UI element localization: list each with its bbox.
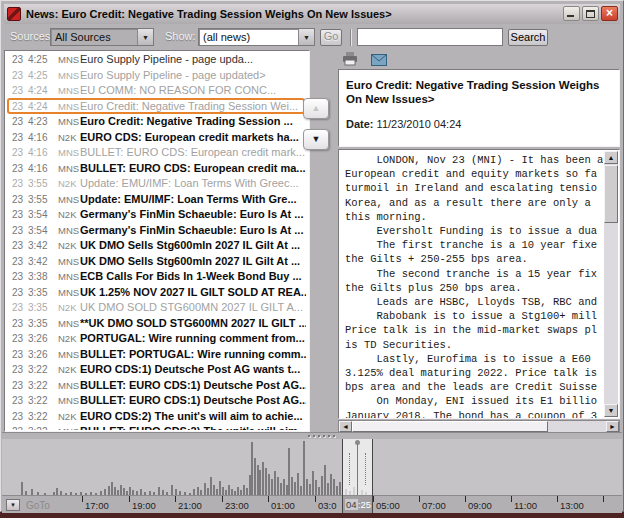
close-button[interactable]: × bbox=[601, 6, 618, 21]
histogram-bar bbox=[315, 480, 317, 495]
item-day: 23 bbox=[12, 256, 23, 267]
histogram-bar bbox=[271, 479, 273, 495]
item-source: MNS bbox=[58, 54, 79, 65]
list-scroll-up-button[interactable]: ▲ bbox=[303, 98, 329, 119]
chevron-down-icon[interactable]: ▼ bbox=[137, 29, 153, 45]
article-body-line: European credit and equity markets so fa bbox=[345, 167, 603, 181]
news-list-item[interactable]: 233:26N2KPORTUGAL: Wire running comment … bbox=[6, 331, 308, 347]
activity-histogram[interactable] bbox=[2, 439, 622, 495]
histogram-bar bbox=[120, 485, 122, 495]
article-body-line: LONDON, Nov 23 (MNI) - It has been a bbox=[345, 153, 603, 167]
news-list-item[interactable]: 233:26MNSBULLET: PORTUGAL: Wire running … bbox=[6, 347, 308, 363]
news-list-item[interactable]: 234:24MNSEU COMM: NO REASON FOR CONC... bbox=[6, 83, 308, 99]
histogram-bar bbox=[204, 483, 206, 495]
maximize-icon bbox=[586, 10, 595, 18]
news-list-item[interactable]: 234:24MNSEuro Credit: Negative Trading S… bbox=[6, 99, 308, 115]
histogram-bar bbox=[246, 488, 248, 495]
time-axis[interactable]: ▼ GoTo 17:0019:0021:0023:0001:0003:005:0… bbox=[2, 495, 622, 513]
item-source: N2K bbox=[58, 411, 76, 422]
news-list-item[interactable]: 233:54N2KGermany's FinMin Schaeuble: Eur… bbox=[6, 207, 308, 223]
item-headline: BULLET: EURO CDS: European credit mark..… bbox=[80, 146, 306, 158]
news-list-item[interactable]: 233:55MNSUpdate: EMU/IMF: Loan Terms Wit… bbox=[6, 192, 308, 208]
horizontal-scroll-thumb[interactable] bbox=[352, 421, 548, 432]
article-body-line: The second tranche is a 15 year fix bbox=[345, 267, 603, 281]
horizontal-splitter[interactable] bbox=[2, 432, 622, 439]
minimize-button[interactable] bbox=[563, 6, 580, 21]
article-body-line: January 2018. The bond has a coupon of 3 bbox=[345, 409, 603, 418]
item-source: MNS bbox=[58, 147, 79, 158]
news-list-item[interactable]: 233:22MNSBULLET: EURO CDS:1) Deutsche Po… bbox=[6, 378, 308, 394]
goto-dropdown-button[interactable]: ▼ bbox=[6, 499, 20, 511]
histogram-bar bbox=[274, 471, 276, 495]
news-list-item[interactable]: 234:25MNSEuro Supply Pipeline - page upd… bbox=[6, 52, 308, 68]
toolbar-separator bbox=[350, 29, 352, 46]
print-icon[interactable] bbox=[342, 52, 358, 70]
histogram-bar bbox=[265, 468, 267, 495]
news-list-item[interactable]: 233:54MNSGermany's FinMin Schaeuble: Eur… bbox=[6, 223, 308, 239]
news-list-item[interactable]: 234:16N2KEURO CDS: European credit marke… bbox=[6, 130, 308, 146]
histogram-bar bbox=[123, 488, 125, 495]
news-list-item[interactable]: 233:22MNSBULLET: EURO CDS:1) Deutsche Po… bbox=[6, 393, 308, 409]
news-list-item[interactable]: 234:16MNSBULLET: EURO CDS: European cred… bbox=[6, 145, 308, 161]
news-list-item[interactable]: 233:42MNSUK DMO Sells Stg600mln 2027 IL … bbox=[6, 254, 308, 270]
scroll-left-icon[interactable]: ◄ bbox=[339, 421, 352, 432]
scroll-right-icon[interactable]: ► bbox=[606, 421, 619, 432]
item-headline: ECB Calls For Bids In 1-Week Bond Buy ..… bbox=[80, 270, 306, 282]
news-list-item[interactable]: 233:35N2KUK DMO SOLD STG600MN 2027 IL GI… bbox=[6, 300, 308, 316]
histogram-bar bbox=[327, 483, 329, 495]
item-source: N2K bbox=[58, 364, 76, 375]
news-list: 234:25MNSEuro Supply Pipeline - page upd… bbox=[6, 52, 308, 430]
time-tick-label: 17:00 bbox=[85, 500, 109, 511]
title-bar[interactable]: News: Euro Credit: Negative Trading Sess… bbox=[4, 4, 620, 24]
histogram-bar bbox=[21, 482, 23, 495]
email-icon[interactable] bbox=[371, 52, 387, 70]
item-headline: EURO CDS: European credit markets ha... bbox=[80, 131, 306, 143]
histogram-bar bbox=[297, 473, 299, 495]
app-icon bbox=[7, 7, 21, 21]
item-time: 4:16 bbox=[28, 163, 47, 174]
news-list-item[interactable]: 234:16MNSBULLET: EURO CDS: European cred… bbox=[6, 161, 308, 177]
scroll-down-icon[interactable]: ▼ bbox=[604, 404, 618, 417]
news-list-item[interactable]: 233:42N2KUK DMO Sells Stg600mln 2027 IL … bbox=[6, 238, 308, 254]
item-time: 3:42 bbox=[28, 240, 47, 251]
news-list-item[interactable]: 233:22N2KEURO CDS:1) Deutsche Post AG wa… bbox=[6, 362, 308, 378]
selection-time-readout: 04 :25 bbox=[343, 495, 372, 513]
search-button[interactable]: Search bbox=[508, 29, 548, 46]
histogram-bar bbox=[291, 477, 293, 495]
date-value: 11/23/2010 04:24 bbox=[377, 118, 462, 130]
timeline-selection[interactable]: 04 :25 bbox=[342, 439, 373, 513]
vertical-scroll-thumb[interactable] bbox=[604, 165, 618, 223]
item-time: 3:42 bbox=[28, 256, 47, 267]
maximize-button[interactable] bbox=[582, 6, 599, 21]
news-list-item[interactable]: 234:23MNSEuro Credit: Negative Trading S… bbox=[6, 114, 308, 130]
time-tick bbox=[419, 496, 420, 502]
search-input[interactable] bbox=[357, 28, 503, 46]
histogram-bar bbox=[237, 487, 239, 495]
item-day: 23 bbox=[12, 163, 23, 174]
item-source: MNS bbox=[58, 395, 79, 406]
time-tick bbox=[222, 496, 223, 502]
news-list-item[interactable]: 233:38MNSECB Calls For Bids In 1-Week Bo… bbox=[6, 269, 308, 285]
go-button[interactable]: Go bbox=[320, 29, 342, 46]
scroll-up-icon[interactable]: ▲ bbox=[604, 151, 618, 164]
news-list-item[interactable]: 234:25MNSEuro Supply Pipeline - page upd… bbox=[6, 68, 308, 84]
news-list-item[interactable]: 233:22MNSBULLET: EURO CDS:2) The unit's … bbox=[6, 424, 308, 430]
show-dropdown[interactable]: (all news) ▼ bbox=[198, 28, 315, 46]
news-list-item[interactable]: 233:22N2KEURO CDS:2) The unit's will aim… bbox=[6, 409, 308, 425]
article-vertical-scrollbar[interactable]: ▲ ▼ bbox=[604, 151, 618, 417]
news-list-item[interactable]: 233:55N2KUpdate: EMU/IMF: Loan Terms Wit… bbox=[6, 176, 308, 192]
selection-left-handle[interactable] bbox=[349, 453, 350, 485]
histogram-bar bbox=[280, 483, 282, 495]
toolbar: Sources: All Sources ▼ Show: (all news) … bbox=[2, 25, 622, 48]
chevron-down-icon[interactable]: ▼ bbox=[298, 29, 314, 45]
item-headline: Update: EMU/IMF: Loan Terms With Gre... bbox=[80, 193, 306, 205]
histogram-bar bbox=[259, 470, 261, 495]
article-body-line: Lastly, Eurofima is to issue a E60 bbox=[345, 352, 603, 366]
list-scroll-down-button[interactable]: ▼ bbox=[303, 129, 329, 150]
news-list-item[interactable]: 233:35MNS**UK DMO SOLD STG600MN 2027 IL … bbox=[6, 316, 308, 332]
item-headline: Germany's FinMin Schaeuble: Euro Is At .… bbox=[80, 224, 306, 236]
selection-right-handle[interactable] bbox=[365, 453, 366, 485]
news-list-item[interactable]: 233:35MNSUK 1.25% NOV 2027 IL GILT SOLD … bbox=[6, 285, 308, 301]
article-title-line2: On New Issues> bbox=[346, 92, 614, 106]
sources-dropdown[interactable]: All Sources ▼ bbox=[50, 28, 154, 46]
